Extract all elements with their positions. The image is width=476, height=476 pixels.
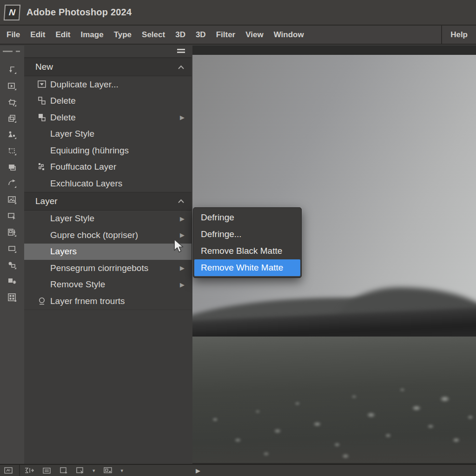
layer-menu-panel: New Duplicate Layer... Delete Delete ▶ L… — [24, 46, 192, 464]
section-layer-label: Layer — [35, 196, 58, 206]
submenu-arrow-icon: ▶ — [180, 216, 185, 222]
duplicate-layer-icon — [35, 80, 49, 89]
pointer-select-tool-icon[interactable] — [0, 208, 24, 224]
menu-item-exchlucato-layers[interactable]: Exchlucato Layers — [24, 175, 192, 192]
statusbar-divider — [19, 465, 20, 476]
submenu-arrow-icon: ▶ — [180, 232, 185, 238]
doc-size-icon[interactable] — [42, 467, 51, 474]
rotate-view-tool-icon[interactable] — [0, 175, 24, 192]
matting-submenu: Defringe Defringe... Remove Black Matte … — [193, 207, 302, 278]
menu-3d-2[interactable]: 3D — [191, 30, 211, 40]
menu-item-layers-hovered[interactable]: Layers — [24, 244, 192, 260]
menu-image[interactable]: Image — [76, 30, 109, 40]
chevron-up-icon — [178, 199, 185, 203]
photoshop-logo-icon: N — [4, 5, 20, 20]
image-frame-tool-icon[interactable] — [0, 192, 24, 208]
delete-outline-icon — [35, 96, 49, 106]
menu-window[interactable]: Window — [269, 30, 309, 40]
panel-menu-icon[interactable] — [177, 49, 185, 54]
menu-item-delete-1[interactable]: Delete — [24, 93, 192, 110]
app-title: Adobe Photoshop 2024 — [26, 7, 132, 18]
titlebar: N Adobe Photoshop 2024 — [0, 0, 476, 26]
delete-filled-icon — [35, 113, 49, 122]
duplicate-stack-tool-icon[interactable] — [0, 110, 24, 126]
status-bar: ▾ ▾ ▶ — [0, 464, 476, 476]
section-header-new[interactable]: New — [24, 58, 192, 76]
tool-column — [0, 46, 25, 464]
marquee-tool-icon[interactable] — [0, 143, 24, 159]
menu-edit[interactable]: Edit — [25, 30, 50, 40]
menu-file[interactable]: File — [1, 30, 25, 40]
timeline-play-icon[interactable]: ▶ — [196, 468, 200, 474]
section-header-layer[interactable]: Layer — [24, 192, 192, 211]
submenu-arrow-icon: ▶ — [180, 282, 185, 288]
linked-layer-icon — [35, 162, 49, 172]
shape-rect-tool-icon[interactable] — [0, 240, 24, 257]
screen-mode-icon[interactable] — [103, 467, 113, 474]
submenu-arrow-icon: ▶ — [180, 265, 185, 271]
layer-q-icon — [35, 297, 49, 306]
submenu-item-defringe-dots[interactable]: Defringe... — [193, 226, 301, 243]
menu-item-fouffucato-layer[interactable]: Fouffucato Layer — [24, 159, 192, 176]
menu-item-gupre-chock[interactable]: Gupre chock (topriser) ▶ — [24, 227, 192, 244]
dropdown-caret-icon[interactable]: ▾ — [93, 468, 95, 473]
submenu-item-remove-white-matte[interactable]: Remove White Matte — [194, 259, 300, 276]
panel-divider — [24, 310, 192, 310]
move-tool-icon[interactable] — [0, 61, 24, 78]
chevron-up-icon — [178, 65, 185, 69]
menu-type[interactable]: Type — [109, 30, 137, 40]
submenu-item-remove-black-matte[interactable]: Remove Black Matte — [193, 243, 301, 259]
section-new-label: New — [35, 62, 53, 72]
aspect-ratio-icon[interactable] — [24, 467, 34, 474]
menu-3d[interactable]: 3D — [170, 30, 191, 40]
zoom-tool-status-icon[interactable] — [76, 467, 85, 474]
effects-tool-icon[interactable] — [0, 273, 24, 289]
panel-collapse-dashes[interactable] — [0, 46, 24, 57]
menubar: File Edit Edit Image Type Select 3D 3D F… — [0, 26, 476, 45]
menu-edit-2[interactable]: Edit — [50, 30, 75, 40]
panel-header — [24, 46, 192, 58]
menu-item-delete-2[interactable]: Delete ▶ — [24, 109, 192, 126]
save-status-icon[interactable] — [59, 467, 68, 474]
clone-blob-tool-icon[interactable] — [0, 257, 24, 273]
grid-tiles-tool-icon[interactable] — [0, 289, 24, 305]
submenu-arrow-icon: ▶ — [180, 114, 185, 120]
menu-item-duplicate-layer[interactable]: Duplicate Layer... — [24, 76, 192, 93]
workspace-toggle-icon[interactable] — [4, 467, 13, 475]
menu-view[interactable]: View — [240, 30, 268, 40]
adjustments-panel-tool-icon[interactable] — [0, 224, 24, 240]
menu-filter[interactable]: Filter — [211, 30, 241, 40]
menu-help[interactable]: Help — [441, 26, 476, 44]
place-image-tool-icon[interactable] — [0, 78, 24, 94]
menu-item-equiuding[interactable]: Equiuding (hührings — [24, 142, 192, 159]
menu-item-pensegrum[interactable]: Pensegrum ciorringebots ▶ — [24, 260, 192, 277]
fill-swatch-tool-icon[interactable] — [0, 159, 24, 175]
menu-item-layer-style-1[interactable]: Layer Style — [24, 126, 192, 143]
menu-item-layer-style-2[interactable]: Layer Style ▶ — [24, 211, 192, 227]
menu-select[interactable]: Select — [137, 30, 170, 40]
photo-flowers — [192, 349, 476, 463]
crop-tool-icon[interactable] — [0, 94, 24, 110]
channel-mix-tool-icon[interactable] — [0, 126, 24, 143]
menu-item-remove-style[interactable]: Remove Style ▶ — [24, 277, 192, 293]
menu-item-layer-frnem[interactable]: Layer frnem trourts — [24, 293, 192, 310]
submenu-item-defringe[interactable]: Defringe — [193, 209, 301, 226]
dropdown-caret-icon[interactable]: ▾ — [121, 468, 124, 473]
